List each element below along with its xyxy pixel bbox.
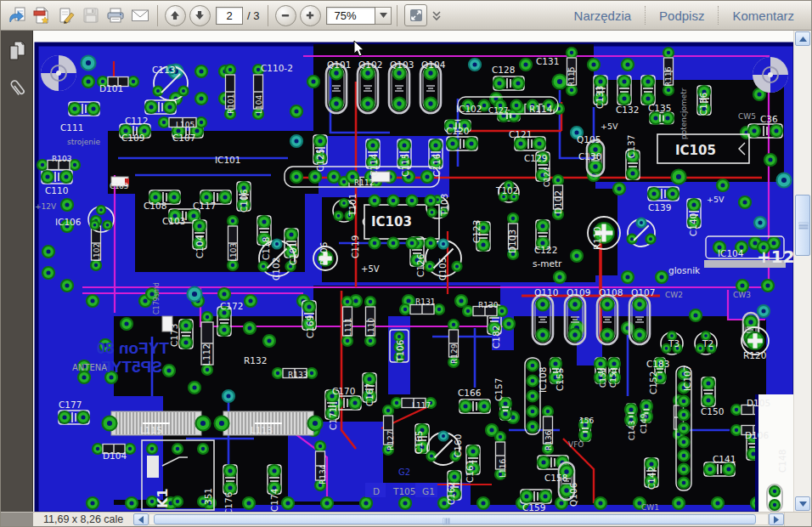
zoom-dropdown-button[interactable] bbox=[375, 7, 392, 25]
svg-text:TYFon 80: TYFon 80 bbox=[96, 339, 169, 357]
previous-page-button[interactable] bbox=[163, 3, 187, 27]
fit-window-button[interactable] bbox=[404, 4, 427, 26]
svg-text:K1: K1 bbox=[155, 488, 171, 508]
svg-text:T101: T101 bbox=[347, 194, 358, 217]
status-corner bbox=[784, 513, 811, 526]
svg-text:T102: T102 bbox=[495, 185, 518, 196]
vertical-scroll-thumb[interactable] bbox=[795, 195, 810, 256]
svg-text:ANTENA: ANTENA bbox=[72, 363, 107, 372]
zoom-out-button[interactable] bbox=[273, 3, 297, 27]
svg-text:C136: C136 bbox=[698, 92, 708, 116]
svg-text:IC105: IC105 bbox=[675, 143, 716, 158]
svg-text:R114: R114 bbox=[529, 104, 553, 114]
svg-text:VFO: VFO bbox=[568, 440, 584, 449]
vertical-scrollbar[interactable] bbox=[793, 31, 811, 512]
toolbar-more-button[interactable] bbox=[428, 3, 445, 27]
svg-text:C173: C173 bbox=[169, 324, 179, 347]
scroll-down-button[interactable] bbox=[795, 496, 810, 511]
svg-text:+12V: +12V bbox=[35, 202, 57, 211]
svg-text:C148: C148 bbox=[777, 450, 787, 473]
svg-text:Q101: Q101 bbox=[327, 60, 351, 70]
svg-text:R120: R120 bbox=[743, 350, 766, 360]
svg-text:C106: C106 bbox=[239, 189, 249, 212]
svg-text:R127: R127 bbox=[386, 431, 395, 450]
svg-text:T2: T2 bbox=[702, 338, 713, 348]
svg-text:C129: C129 bbox=[524, 153, 547, 163]
svg-text:C117: C117 bbox=[193, 201, 216, 211]
svg-text:G1: G1 bbox=[422, 486, 435, 496]
svg-text:C143: C143 bbox=[628, 421, 636, 440]
svg-text:Q103: Q103 bbox=[390, 60, 414, 70]
email-button[interactable] bbox=[128, 3, 152, 27]
svg-text:Q102: Q102 bbox=[358, 60, 382, 70]
svg-text:C123: C123 bbox=[471, 220, 482, 243]
svg-text:C157: C157 bbox=[493, 378, 504, 401]
panel-separator bbox=[718, 6, 719, 25]
svg-text:R112: R112 bbox=[354, 178, 374, 187]
chevron-double-down-icon bbox=[431, 9, 442, 21]
comment-panel-button[interactable]: Komentarz bbox=[719, 4, 807, 26]
thumb-grip bbox=[443, 518, 444, 524]
edit-button[interactable] bbox=[54, 3, 78, 27]
toolbar-separator bbox=[268, 5, 268, 26]
svg-text:C127: C127 bbox=[488, 106, 508, 115]
thumb-grip bbox=[799, 223, 808, 224]
create-pdf-icon bbox=[33, 7, 50, 24]
svg-text:C174: C174 bbox=[269, 488, 279, 512]
chevron-up-icon bbox=[799, 37, 807, 42]
svg-text:C110: C110 bbox=[45, 185, 68, 196]
print-icon bbox=[106, 7, 125, 24]
horizontal-scroll-thumb[interactable] bbox=[154, 514, 756, 524]
svg-text:+5V: +5V bbox=[601, 122, 618, 131]
zoom-in-button[interactable] bbox=[298, 3, 322, 27]
svg-text:C170: C170 bbox=[332, 386, 355, 396]
horizontal-scrollbar[interactable] bbox=[149, 513, 769, 525]
chevron-down-icon bbox=[380, 13, 387, 18]
svg-text:R106: R106 bbox=[319, 241, 329, 265]
svg-text:CW3: CW3 bbox=[733, 291, 751, 299]
svg-text:C110-2: C110-2 bbox=[261, 63, 293, 73]
svg-text:R101: R101 bbox=[227, 94, 235, 114]
svg-text:C122: C122 bbox=[534, 245, 557, 255]
svg-text:T103: T103 bbox=[439, 194, 449, 217]
svg-text:C119: C119 bbox=[350, 235, 360, 258]
print-button[interactable] bbox=[104, 3, 127, 27]
page-number-input[interactable] bbox=[216, 7, 243, 25]
svg-text:C105: C105 bbox=[437, 258, 448, 280]
open-button[interactable] bbox=[5, 3, 29, 27]
svg-text:C155: C155 bbox=[555, 368, 565, 391]
next-page-button[interactable] bbox=[188, 3, 211, 27]
navigation-sidebar bbox=[1, 31, 33, 512]
panel-separator bbox=[645, 6, 646, 25]
svg-text:C169: C169 bbox=[305, 315, 315, 338]
page-thumbnails-button[interactable] bbox=[4, 38, 30, 64]
scroll-left-button[interactable] bbox=[133, 513, 149, 525]
svg-text:C177: C177 bbox=[59, 400, 82, 410]
tools-panel-button[interactable]: Narzędzia bbox=[561, 4, 645, 26]
scroll-right-button[interactable] bbox=[769, 513, 784, 525]
zoom-level-input[interactable] bbox=[326, 7, 375, 25]
paperclip-icon bbox=[7, 76, 27, 99]
svg-text:L115: L115 bbox=[140, 425, 162, 435]
attachments-button[interactable] bbox=[4, 75, 30, 100]
document-viewport[interactable]: TYFon 80SP5TYFC113C110-2Q101Q102Q103Q104… bbox=[33, 31, 811, 512]
svg-text:C141: C141 bbox=[713, 454, 736, 464]
svg-text:CW1: CW1 bbox=[641, 503, 659, 512]
svg-text:L103: L103 bbox=[229, 243, 238, 262]
arrow-up-icon bbox=[165, 5, 186, 26]
sign-panel-button[interactable]: Podpisz bbox=[646, 4, 717, 26]
svg-text:C158: C158 bbox=[544, 473, 567, 483]
svg-text:R115: R115 bbox=[567, 67, 576, 87]
save-button[interactable] bbox=[79, 3, 103, 27]
scroll-up-button[interactable] bbox=[795, 31, 810, 46]
svg-text:C115: C115 bbox=[400, 154, 410, 177]
svg-text:Q107: Q107 bbox=[631, 287, 655, 298]
svg-text:C104: C104 bbox=[195, 235, 205, 258]
svg-text:D105: D105 bbox=[747, 398, 770, 408]
svg-text:L116: L116 bbox=[499, 459, 507, 478]
svg-text:glosnik: glosnik bbox=[668, 265, 701, 275]
pcb-page-image: TYFon 80SP5TYFC113C110-2Q101Q102Q103Q104… bbox=[33, 31, 795, 512]
create-pdf-button[interactable] bbox=[30, 3, 54, 27]
svg-text:G2: G2 bbox=[398, 468, 410, 477]
svg-text:C118: C118 bbox=[261, 237, 271, 260]
